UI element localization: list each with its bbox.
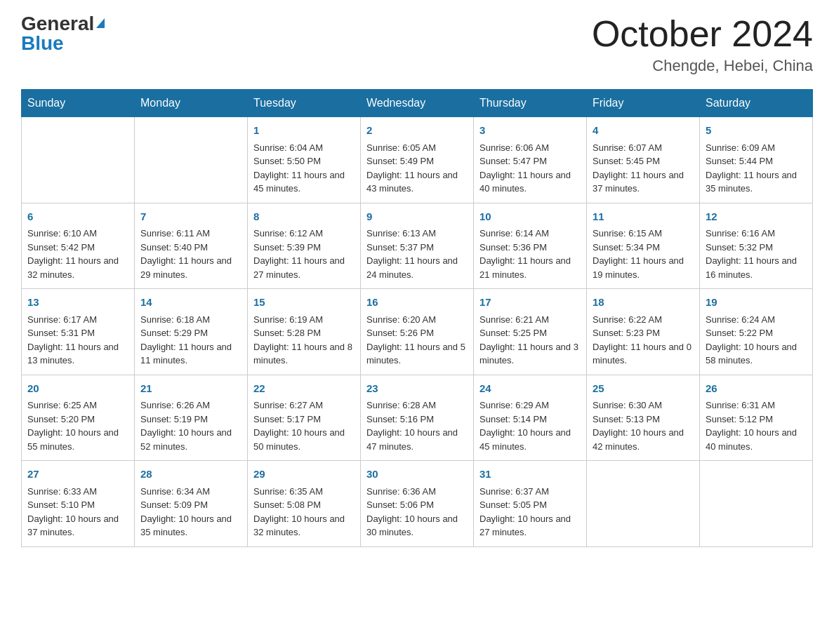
day-number: 6 [27,209,128,225]
calendar-header-friday: Friday [587,90,700,117]
day-info: Sunrise: 6:10 AMSunset: 5:42 PMDaylight:… [27,227,128,281]
day-number: 16 [366,295,468,311]
day-number: 1 [253,123,355,139]
calendar-cell: 15Sunrise: 6:19 AMSunset: 5:28 PMDayligh… [248,289,361,375]
calendar-cell [135,117,248,203]
calendar-week-row: 20Sunrise: 6:25 AMSunset: 5:20 PMDayligh… [22,375,813,461]
day-info: Sunrise: 6:35 AMSunset: 5:08 PMDaylight:… [253,485,355,539]
title-block: October 2024 Chengde, Hebei, China [592,14,813,75]
location-title: Chengde, Hebei, China [592,57,813,75]
day-info: Sunrise: 6:29 AMSunset: 5:14 PMDaylight:… [479,398,581,453]
calendar-cell: 2Sunrise: 6:05 AMSunset: 5:49 PMDaylight… [361,117,474,203]
calendar-week-row: 1Sunrise: 6:04 AMSunset: 5:50 PMDaylight… [22,117,813,203]
logo-general-text: General [21,14,94,34]
day-info: Sunrise: 6:27 AMSunset: 5:17 PMDaylight:… [253,398,355,453]
calendar-cell: 22Sunrise: 6:27 AMSunset: 5:17 PMDayligh… [248,375,361,461]
calendar-cell: 8Sunrise: 6:12 AMSunset: 5:39 PMDaylight… [248,203,361,289]
day-number: 12 [706,209,807,225]
day-number: 14 [140,295,241,311]
day-number: 27 [27,467,128,483]
day-info: Sunrise: 6:37 AMSunset: 5:05 PMDaylight:… [479,485,581,539]
day-info: Sunrise: 6:22 AMSunset: 5:23 PMDaylight:… [593,313,694,368]
calendar-cell: 30Sunrise: 6:36 AMSunset: 5:06 PMDayligh… [361,461,474,547]
calendar-cell: 25Sunrise: 6:30 AMSunset: 5:13 PMDayligh… [587,375,700,461]
calendar-cell: 29Sunrise: 6:35 AMSunset: 5:08 PMDayligh… [248,461,361,547]
calendar-header-monday: Monday [135,90,248,117]
day-number: 15 [253,295,355,311]
calendar-week-row: 27Sunrise: 6:33 AMSunset: 5:10 PMDayligh… [22,461,813,547]
day-number: 19 [706,295,807,311]
day-number: 4 [593,123,694,139]
day-info: Sunrise: 6:30 AMSunset: 5:13 PMDaylight:… [593,398,694,453]
day-info: Sunrise: 6:31 AMSunset: 5:12 PMDaylight:… [706,398,807,453]
calendar-cell: 23Sunrise: 6:28 AMSunset: 5:16 PMDayligh… [361,375,474,461]
day-info: Sunrise: 6:06 AMSunset: 5:47 PMDaylight:… [479,141,581,196]
calendar-header-saturday: Saturday [700,90,813,117]
calendar-cell: 28Sunrise: 6:34 AMSunset: 5:09 PMDayligh… [135,461,248,547]
calendar-header-wednesday: Wednesday [361,90,474,117]
day-number: 29 [253,467,355,483]
day-info: Sunrise: 6:25 AMSunset: 5:20 PMDaylight:… [27,398,128,453]
calendar-cell: 10Sunrise: 6:14 AMSunset: 5:36 PMDayligh… [474,203,587,289]
calendar-cell [700,461,813,547]
logo: General Blue [21,14,105,53]
calendar-header-thursday: Thursday [474,90,587,117]
day-info: Sunrise: 6:20 AMSunset: 5:26 PMDaylight:… [366,313,468,368]
day-number: 21 [140,381,241,397]
day-number: 9 [366,209,468,225]
calendar-cell: 27Sunrise: 6:33 AMSunset: 5:10 PMDayligh… [22,461,135,547]
calendar-cell [22,117,135,203]
day-info: Sunrise: 6:34 AMSunset: 5:09 PMDaylight:… [140,485,241,539]
calendar-cell: 31Sunrise: 6:37 AMSunset: 5:05 PMDayligh… [474,461,587,547]
day-number: 28 [140,467,241,483]
calendar-header-tuesday: Tuesday [248,90,361,117]
calendar-table: SundayMondayTuesdayWednesdayThursdayFrid… [21,89,813,547]
calendar-cell: 9Sunrise: 6:13 AMSunset: 5:37 PMDaylight… [361,203,474,289]
day-info: Sunrise: 6:13 AMSunset: 5:37 PMDaylight:… [366,227,468,281]
day-info: Sunrise: 6:05 AMSunset: 5:49 PMDaylight:… [366,141,468,196]
day-info: Sunrise: 6:24 AMSunset: 5:22 PMDaylight:… [706,313,807,368]
day-info: Sunrise: 6:19 AMSunset: 5:28 PMDaylight:… [253,313,355,368]
day-number: 25 [593,381,694,397]
calendar-week-row: 6Sunrise: 6:10 AMSunset: 5:42 PMDaylight… [22,203,813,289]
calendar-cell: 13Sunrise: 6:17 AMSunset: 5:31 PMDayligh… [22,289,135,375]
day-number: 10 [479,209,581,225]
calendar-week-row: 13Sunrise: 6:17 AMSunset: 5:31 PMDayligh… [22,289,813,375]
calendar-cell: 16Sunrise: 6:20 AMSunset: 5:26 PMDayligh… [361,289,474,375]
calendar-header-row: SundayMondayTuesdayWednesdayThursdayFrid… [22,90,813,117]
day-info: Sunrise: 6:04 AMSunset: 5:50 PMDaylight:… [253,141,355,196]
day-number: 3 [479,123,581,139]
day-number: 2 [366,123,468,139]
calendar-cell: 5Sunrise: 6:09 AMSunset: 5:44 PMDaylight… [700,117,813,203]
calendar-cell: 4Sunrise: 6:07 AMSunset: 5:45 PMDaylight… [587,117,700,203]
logo-blue-text: Blue [21,34,64,53]
day-number: 5 [706,123,807,139]
calendar-cell: 20Sunrise: 6:25 AMSunset: 5:20 PMDayligh… [22,375,135,461]
day-info: Sunrise: 6:21 AMSunset: 5:25 PMDaylight:… [479,313,581,368]
day-number: 24 [479,381,581,397]
day-number: 30 [366,467,468,483]
day-number: 17 [479,295,581,311]
calendar-cell: 21Sunrise: 6:26 AMSunset: 5:19 PMDayligh… [135,375,248,461]
day-info: Sunrise: 6:28 AMSunset: 5:16 PMDaylight:… [366,398,468,453]
day-number: 31 [479,467,581,483]
day-number: 18 [593,295,694,311]
calendar-cell: 19Sunrise: 6:24 AMSunset: 5:22 PMDayligh… [700,289,813,375]
calendar-cell: 1Sunrise: 6:04 AMSunset: 5:50 PMDaylight… [248,117,361,203]
page-header: General Blue October 2024 Chengde, Hebei… [21,14,813,75]
day-info: Sunrise: 6:26 AMSunset: 5:19 PMDaylight:… [140,398,241,453]
calendar-cell: 17Sunrise: 6:21 AMSunset: 5:25 PMDayligh… [474,289,587,375]
day-info: Sunrise: 6:18 AMSunset: 5:29 PMDaylight:… [140,313,241,368]
day-number: 8 [253,209,355,225]
calendar-header-sunday: Sunday [22,90,135,117]
day-number: 23 [366,381,468,397]
calendar-cell: 12Sunrise: 6:16 AMSunset: 5:32 PMDayligh… [700,203,813,289]
calendar-cell: 24Sunrise: 6:29 AMSunset: 5:14 PMDayligh… [474,375,587,461]
day-number: 26 [706,381,807,397]
day-info: Sunrise: 6:09 AMSunset: 5:44 PMDaylight:… [706,141,807,196]
day-info: Sunrise: 6:11 AMSunset: 5:40 PMDaylight:… [140,227,241,281]
day-number: 22 [253,381,355,397]
calendar-cell: 6Sunrise: 6:10 AMSunset: 5:42 PMDaylight… [22,203,135,289]
day-number: 11 [593,209,694,225]
calendar-cell: 3Sunrise: 6:06 AMSunset: 5:47 PMDaylight… [474,117,587,203]
